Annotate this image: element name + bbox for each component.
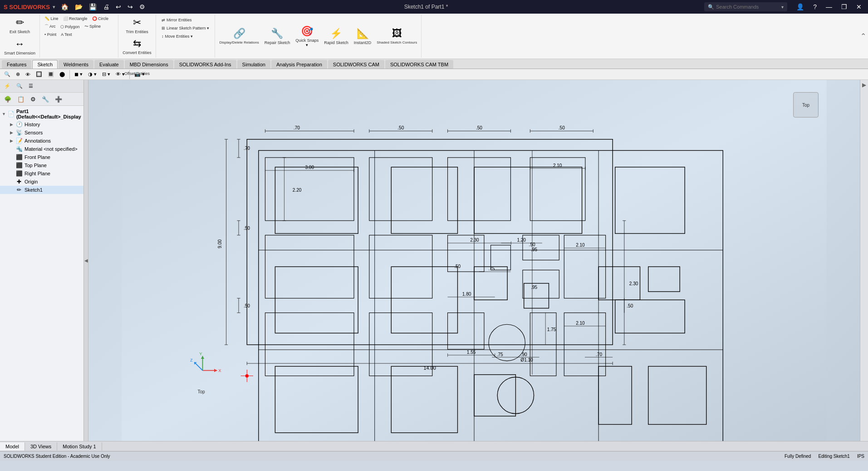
toolbar-collapse[interactable]: ⌃ [860, 15, 868, 58]
settings-btn[interactable]: ⚙ [137, 2, 148, 11]
display-delete-btn[interactable]: 🔗 Display/Delete Relations [218, 24, 260, 49]
expand-part1[interactable]: ▼ [2, 112, 6, 116]
search-bar[interactable]: 🔍 ▾ [704, 2, 787, 11]
trim-entities-btn[interactable]: ✂ Trim Entities [124, 15, 150, 35]
plus-btn[interactable]: ➕ [53, 94, 64, 104]
line-tool[interactable]: 📏 Line [43, 15, 60, 22]
secondary-btn-4[interactable]: 🔲 [34, 69, 44, 79]
circle-tool[interactable]: ⭕ Circle [90, 15, 111, 22]
cam-btn[interactable]: 📷 ▾ [132, 69, 147, 79]
tab-sw-addins[interactable]: SOLIDWORKS Add-Ins [174, 60, 236, 69]
help-btn[interactable]: ? [810, 2, 819, 11]
tree-item-annotations[interactable]: ▶ 📝 Annotations [0, 137, 83, 145]
exit-sketch-btn[interactable]: ✏ Exit Sketch [8, 15, 31, 36]
shaded-sketch-btn[interactable]: 🖼 Shaded Sketch Contours [375, 24, 418, 49]
convert-entities-btn[interactable]: ⇆ Convert Entities [121, 36, 153, 56]
rectangle-tool[interactable]: ⬜ Rectangle [61, 15, 89, 22]
tree-item-material[interactable]: 🔩 Material <not specified> [0, 145, 83, 153]
linear-pattern-arrow[interactable]: ▾ [207, 26, 209, 30]
viewport[interactable]: .70 .50 .50 [88, 80, 860, 441]
tree-item-origin[interactable]: ✚ Origin [0, 178, 83, 186]
tab-sketch[interactable]: Sketch [32, 60, 58, 69]
status-left: SOLIDWORKS Student Edition - Academic Us… [4, 454, 110, 459]
tree-display-btn[interactable]: ☰ [26, 81, 35, 91]
close-btn[interactable]: ✕ [853, 2, 864, 11]
search-dropdown[interactable]: ▾ [781, 5, 784, 10]
smart-dimension-btn[interactable]: ↔ Smart Dimension [3, 37, 37, 57]
filter-btn[interactable]: ⚡ [2, 81, 13, 91]
tab-weldments[interactable]: Weldments [59, 60, 93, 69]
point-tool[interactable]: • Point [43, 31, 58, 38]
tab-3d-views[interactable]: 3D Views [25, 442, 57, 451]
rapid-sketch-btn[interactable]: ⚡ Rapid Sketch [323, 24, 350, 49]
minimize-btn[interactable]: — [823, 2, 835, 11]
secondary-btn-5[interactable]: 🔳 [45, 69, 56, 79]
tree-item-front-plane[interactable]: ⬛ Front Plane [0, 153, 83, 161]
tab-sw-cam[interactable]: SOLIDWORKS CAM [328, 60, 384, 69]
linear-sketch-pattern-btn[interactable]: ⊞ Linear Sketch Pattern ▾ [159, 25, 212, 32]
polygon-tool[interactable]: ⬡ Polygon [59, 23, 82, 30]
undo-btn[interactable]: ↩ [113, 2, 124, 11]
feature-manager-btn[interactable]: 🌳 [2, 94, 14, 104]
tree-item-right-plane[interactable]: ⬛ Right Plane [0, 169, 83, 178]
secondary-btn-3[interactable]: 👁 [23, 69, 33, 79]
arc-tool[interactable]: ⌒ Arc [43, 23, 58, 30]
quick-snaps-arrow[interactable]: ▾ [306, 43, 308, 47]
secondary-btn-6[interactable]: ⬤ [57, 69, 67, 79]
print-btn[interactable]: 🖨 [100, 2, 112, 11]
render-mode-btn[interactable]: ◑ ▾ [86, 69, 99, 79]
svg-text:.50: .50 [559, 125, 565, 130]
expand-sensors[interactable]: ▶ [9, 130, 14, 135]
cam-tree-btn[interactable]: 🔧 [39, 94, 51, 104]
svg-text:2.10: 2.10 [553, 163, 562, 168]
tab-mbd[interactable]: MBD Dimensions [125, 60, 173, 69]
text-tool[interactable]: A Text [59, 31, 74, 38]
expand-annotations[interactable]: ▶ [9, 139, 14, 143]
user-btn[interactable]: 👤 [794, 2, 807, 11]
tree-item-sketch1[interactable]: ✏ Sketch1 [0, 186, 83, 194]
tab-analysis[interactable]: Analysis Preparation [271, 60, 327, 69]
tab-sw-cam-tbm[interactable]: SOLIDWORKS CAM TBM [385, 60, 453, 69]
view-cube[interactable]: Top [794, 92, 819, 117]
mirror-entities-btn[interactable]: ⇌ Mirror Entities [159, 16, 195, 24]
restore-btn[interactable]: ❐ [839, 2, 850, 11]
property-manager-btn[interactable]: 📋 [15, 94, 27, 104]
svg-text:2.30: 2.30 [629, 281, 638, 286]
tab-simulation[interactable]: Simulation [237, 60, 270, 69]
move-arrow[interactable]: ▾ [191, 34, 193, 39]
tree-item-sensors[interactable]: ▶ 📡 Sensors [0, 129, 83, 137]
redo-btn[interactable]: ↪ [125, 2, 136, 11]
tab-model[interactable]: Model [0, 442, 25, 451]
svg-text:Y: Y [199, 352, 202, 356]
shaded-sketch-icon: 🖼 [392, 28, 402, 40]
feature-tree: ▼ 📄 Part1 (Default<<Default>_Display ▶ 🕐… [0, 106, 83, 441]
config-manager-btn[interactable]: ⚙ [28, 94, 38, 104]
panel-collapse-btn[interactable]: ◀ [84, 80, 88, 441]
move-entities-btn[interactable]: ↕ Move Entities ▾ [159, 33, 196, 40]
quick-snaps-btn[interactable]: 🎯 Quick Snaps ▾ [294, 24, 320, 49]
repair-sketch-btn[interactable]: 🔧 Repair Sketch [263, 24, 292, 49]
shaded-sketch-label: Shaded Sketch Contours [377, 40, 417, 45]
new-btn[interactable]: 🏠 [58, 2, 71, 11]
tree-item-top-plane[interactable]: ⬛ Top Plane [0, 161, 83, 169]
search-tree-btn[interactable]: 🔍 [14, 81, 25, 91]
right-panel-collapse[interactable]: ▶ [862, 82, 866, 88]
secondary-btn-1[interactable]: 🔍 [2, 69, 13, 79]
tab-motion-study[interactable]: Motion Study 1 [57, 442, 102, 451]
tab-features[interactable]: Features [2, 60, 31, 69]
open-btn[interactable]: 📂 [72, 2, 85, 11]
spline-tool[interactable]: 〜 Spline [83, 23, 103, 30]
display-mode-btn[interactable]: ◼ ▾ [72, 69, 85, 79]
tree-item-part1[interactable]: ▼ 📄 Part1 (Default<<Default>_Display [0, 108, 83, 120]
instant2d-btn[interactable]: 📐 Instant2D [353, 24, 373, 49]
tree-item-history[interactable]: ▶ 🕐 History [0, 120, 83, 129]
svg-text:Top: Top [198, 389, 206, 394]
svg-text:.95: .95 [531, 285, 537, 290]
secondary-btn-2[interactable]: ⊕ [14, 69, 22, 79]
save-btn[interactable]: 💾 [86, 2, 99, 11]
expand-history[interactable]: ▶ [9, 122, 14, 127]
view-btn[interactable]: 👁 ▾ [113, 69, 127, 79]
search-input[interactable] [716, 4, 780, 10]
section-view-btn[interactable]: ⊟ ▾ [100, 69, 113, 79]
tab-evaluate[interactable]: Evaluate [94, 60, 124, 69]
